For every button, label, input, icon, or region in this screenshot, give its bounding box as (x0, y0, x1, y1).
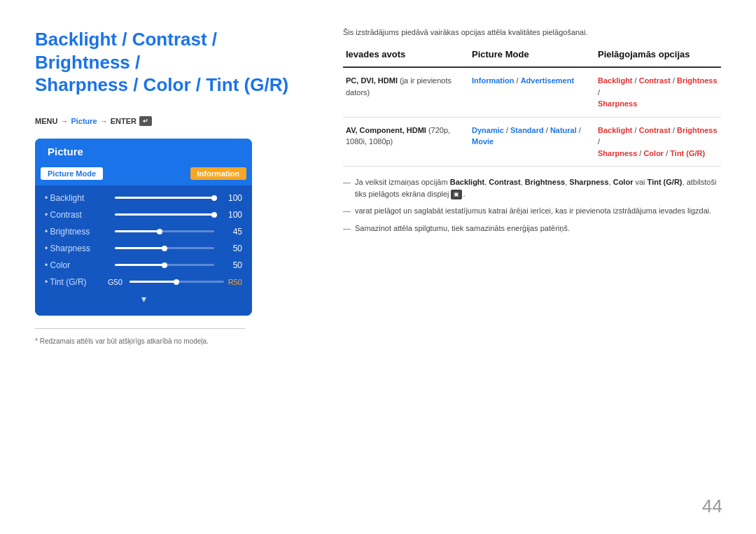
mode-cell-2: Dynamic / Standard / Natural / Movie (469, 125, 595, 160)
tint-label: • Tint (G/R) (45, 277, 108, 287)
page-number: 44 (702, 496, 722, 517)
note-dash-2: ― (343, 205, 351, 217)
divider (35, 328, 245, 329)
contrast-item: • Contrast 100 (35, 206, 252, 223)
note-item-2: ― varat pielāgot un saglabāt iestatījumu… (343, 205, 721, 217)
option-brightness-1: Brightness (677, 76, 717, 85)
mode-dynamic: Dynamic (472, 126, 504, 134)
note-text-1: Ja veiksit izmaiņas opcijām Backlight, C… (355, 176, 721, 199)
note-bold-backlight: Backlight (450, 178, 485, 186)
mode-blue-2: Advertisement (521, 76, 574, 85)
contrast-fill (115, 213, 214, 216)
options-cell-2: Backlight / Contrast / Brightness / Shar… (595, 125, 721, 160)
color-slider[interactable] (115, 264, 214, 266)
arrow-2: → (100, 117, 108, 125)
col-header-options: Pielāgojamās opcijas (595, 49, 721, 62)
mode-natural: Natural (550, 126, 577, 134)
source-cell-2: AV, Component, HDMI (720p, 1080i, 1080p) (343, 125, 469, 160)
picture-mode-value: Information (190, 167, 247, 180)
sharpness-fill (115, 247, 164, 249)
left-column: Backlight / Contrast / Brightness / Shar… (35, 28, 329, 513)
mode-standard: Standard (510, 126, 544, 134)
picture-items-list: • Backlight 100 • Contrast 100 (35, 185, 252, 316)
note-item-3: ― Samazinot attēla spilgtumu, tiek samaz… (343, 223, 721, 234)
backlight-value: 100 (221, 193, 242, 203)
note-bold-tint: Tint (G/R) (648, 178, 682, 186)
footnote: * Redzamais attēls var būt atšķirīgs atk… (35, 337, 301, 345)
contrast-value: 100 (221, 210, 242, 220)
arrow-1: → (60, 117, 68, 125)
title-line2: Sharpness / Color / Tint (G/R) (35, 74, 288, 95)
tint-g-value: G50 (108, 278, 122, 286)
backlight-thumb (211, 195, 217, 201)
option-backlight-2: Backlight (598, 126, 633, 134)
inline-icon: ▣ (451, 190, 462, 199)
right-column: Šis izstrādājums piedāvā vairākas opcija… (329, 28, 721, 513)
tint-r-value: R50 (228, 278, 242, 286)
option-sharpness-2: Sharpness (598, 149, 637, 157)
table-header: Ievades avots Picture Mode Pielāgojamās … (343, 49, 721, 68)
option-sharpness-1: Sharpness (598, 99, 637, 108)
option-brightness-2: Brightness (677, 126, 717, 134)
picture-mode-label: Picture Mode (41, 167, 103, 180)
chevron-down-icon: ▾ (141, 293, 146, 304)
col-header-source: Ievades avots (343, 49, 469, 62)
option-backlight-1: Backlight (598, 76, 633, 85)
sharpness-label: • Sharpness (45, 244, 108, 253)
color-item: • Color 50 (35, 257, 252, 274)
brightness-thumb (157, 229, 162, 234)
option-tint-2: Tint (G/R) (670, 149, 705, 157)
note-item-1: ― Ja veiksit izmaiņas opcijām Backlight,… (343, 176, 721, 199)
brightness-item: • Brightness 45 (35, 223, 252, 240)
option-contrast-2: Contrast (639, 126, 671, 134)
options-cell-1: Backlight / Contrast / Brightness / Shar… (595, 75, 721, 110)
mode-movie: Movie (472, 137, 493, 146)
picture-header: Picture (35, 139, 252, 164)
picture-mode-row: Picture Mode Information (35, 164, 252, 185)
note-text-2: varat pielāgot un saglabāt iestatījumus … (355, 205, 711, 217)
contrast-thumb (211, 212, 217, 218)
source-bold-2: AV, Component, HDMI (346, 126, 426, 134)
sharpness-item: • Sharpness 50 (35, 240, 252, 257)
picture-menu-box: Picture Picture Mode Information • Backl… (35, 139, 252, 316)
note-bold-contrast: Contrast (489, 178, 520, 186)
brightness-value: 45 (221, 227, 242, 237)
note-text-3: Samazinot attēla spilgtumu, tiek samazin… (355, 223, 570, 234)
option-color-2: Color (643, 149, 664, 157)
option-contrast-1: Contrast (639, 76, 671, 85)
note-bold-sharpness: Sharpness (569, 178, 608, 186)
note-dash-3: ― (343, 223, 351, 234)
contrast-label: • Contrast (45, 210, 108, 220)
table-row: PC, DVI, HDMI (ja ir pievienots dators) … (343, 68, 721, 118)
color-value: 50 (221, 260, 242, 270)
backlight-item: • Backlight 100 (35, 190, 252, 206)
source-cell-1: PC, DVI, HDMI (ja ir pievienots dators) (343, 75, 469, 110)
col-header-mode: Picture Mode (469, 49, 595, 62)
brightness-label: • Brightness (45, 227, 108, 237)
menu-navigation: MENU → Picture → ENTER ↵ (35, 116, 301, 126)
note-dash-1: ― (343, 176, 351, 188)
sharpness-thumb (162, 246, 167, 251)
menu-picture: Picture (71, 117, 97, 125)
tint-slider[interactable] (130, 281, 224, 283)
sharpness-slider[interactable] (115, 247, 214, 249)
color-label: • Color (45, 260, 108, 270)
brightness-slider[interactable] (115, 230, 214, 232)
tint-thumb (174, 279, 179, 285)
mode-cell-1: Information / Advertisement (469, 75, 595, 110)
title-line1: Backlight / Contrast / Brightness / (35, 29, 217, 73)
backlight-slider[interactable] (115, 197, 214, 199)
contrast-slider[interactable] (115, 213, 214, 216)
tint-item: • Tint (G/R) G50 R50 (35, 274, 252, 290)
enter-icon: ↵ (139, 116, 152, 126)
intro-text: Šis izstrādājums piedāvā vairākas opcija… (343, 28, 721, 36)
brightness-fill (115, 230, 160, 232)
chevron-row: ▾ (35, 290, 252, 309)
note-bold-brightness: Brightness (525, 178, 565, 186)
tint-fill (130, 281, 177, 283)
backlight-label: • Backlight (45, 193, 108, 203)
color-thumb (162, 262, 167, 268)
mode-blue-1: Information (472, 76, 514, 85)
menu-enter-label: ENTER (111, 117, 136, 125)
source-bold-1: PC, DVI, HDMI (346, 76, 398, 85)
